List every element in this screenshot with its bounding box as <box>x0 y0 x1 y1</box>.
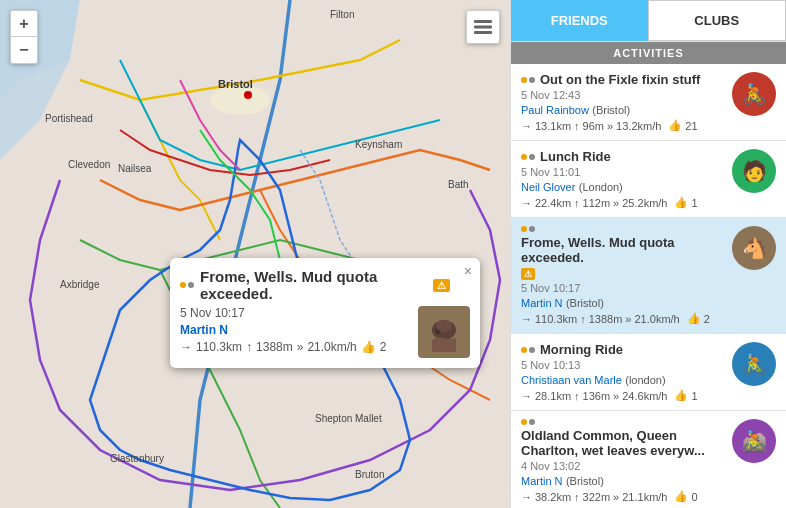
svg-text:Bruton: Bruton <box>355 469 384 480</box>
activity-location: (Bristol) <box>566 297 604 309</box>
stat-arrow-speed: » <box>607 120 613 132</box>
svg-text:Bristol: Bristol <box>218 78 253 90</box>
stat-speed: 21.1km/h <box>622 491 667 503</box>
activity-location: (Bristol) <box>566 475 604 487</box>
stat-arrow-dist: → <box>521 313 532 325</box>
activity-user-link[interactable]: Christiaan van Marle <box>521 374 622 386</box>
stat-kudos-icon: 👍 <box>668 119 682 132</box>
activity-location: (London) <box>579 181 623 193</box>
activity-bike-icon <box>521 154 535 160</box>
stat-arrow-dist: → <box>521 197 532 209</box>
activity-user-link[interactable]: Neil Glover <box>521 181 575 193</box>
stat-kudos-icon: 👍 <box>687 312 701 325</box>
svg-rect-17 <box>474 26 492 29</box>
activity-item[interactable]: Morning Ride 5 Nov 10:13 Christiaan van … <box>511 334 786 411</box>
svg-point-22 <box>436 330 440 334</box>
svg-text:Axbridge: Axbridge <box>60 279 100 290</box>
popup-info: 5 Nov 10:17 Martin N → 110.3km ↑ 1388m »… <box>180 306 410 354</box>
stat-arrow-speed: » <box>613 390 619 402</box>
activity-item[interactable]: Out on the Fixle fixin stuff 5 Nov 12:43… <box>511 64 786 141</box>
activity-stats: → 28.1km ↑ 136m » 24.6km/h 👍 1 <box>521 389 724 402</box>
activity-title: Out on the Fixle fixin stuff <box>521 72 724 87</box>
svg-text:Glastonbury: Glastonbury <box>110 453 164 464</box>
activity-avatar: 🚴 <box>732 342 776 386</box>
activity-avatar: 🐴 <box>732 226 776 270</box>
stat-distance: 22.4km <box>535 197 571 209</box>
svg-text:Portishead: Portishead <box>45 113 93 124</box>
stat-distance: 110.3km <box>535 313 577 325</box>
stat-arrow-dist: → <box>521 491 532 503</box>
popup-arrow-speed: » <box>297 340 304 354</box>
popup-speed: 21.0km/h <box>307 340 356 354</box>
activities-list: Out on the Fixle fixin stuff 5 Nov 12:43… <box>511 64 786 508</box>
stat-arrow-elev: ↑ <box>574 197 580 209</box>
activity-title: Morning Ride <box>521 342 724 357</box>
popup-title-text: Frome, Wells. Mud quota exceeded. <box>200 268 427 302</box>
zoom-out-button[interactable]: − <box>11 37 37 63</box>
svg-text:Filton: Filton <box>330 9 354 20</box>
map-container[interactable]: Filton Portishead Clevedon Nailsea Brist… <box>0 0 510 508</box>
activity-date: 4 Nov 13:02 <box>521 460 724 472</box>
activity-user-link[interactable]: Paul Rainbow <box>521 104 589 116</box>
activity-avatar: 🚴 <box>732 72 776 116</box>
clubs-tab[interactable]: CLUBS <box>648 0 787 41</box>
popup-elevation: 1388m <box>256 340 293 354</box>
activity-content: Morning Ride 5 Nov 10:13 Christiaan van … <box>521 342 724 402</box>
activity-location: (Bristol) <box>592 104 630 116</box>
popup-arrow-elev: ↑ <box>246 340 252 354</box>
stat-kudos-icon: 👍 <box>674 490 688 503</box>
activity-item[interactable]: Frome, Wells. Mud quota exceeded. ⚠ 5 No… <box>511 218 786 334</box>
activity-title-text: Frome, Wells. Mud quota exceeded. <box>521 235 724 265</box>
activity-user-location: Martin N (Bristol) <box>521 474 724 488</box>
svg-rect-18 <box>474 31 492 34</box>
activity-title: Lunch Ride <box>521 149 724 164</box>
activity-stats: → 110.3km ↑ 1388m » 21.0km/h 👍 2 <box>521 312 724 325</box>
popup-close-button[interactable]: × <box>464 264 472 278</box>
stat-arrow-elev: ↑ <box>574 390 580 402</box>
activity-title-text: Lunch Ride <box>540 149 611 164</box>
activity-user-location: Paul Rainbow (Bristol) <box>521 103 724 117</box>
activity-user-link[interactable]: Martin N <box>521 475 563 487</box>
activity-content: Lunch Ride 5 Nov 11:01 Neil Glover (Lond… <box>521 149 724 209</box>
activity-content: Oldland Common, Queen Charlton, wet leav… <box>521 419 724 503</box>
activity-bike-icon <box>521 419 535 425</box>
stat-speed: 24.6km/h <box>622 390 667 402</box>
stat-arrow-speed: » <box>625 313 631 325</box>
friends-tab[interactable]: FRIENDS <box>511 0 648 41</box>
activity-content: Frome, Wells. Mud quota exceeded. ⚠ 5 No… <box>521 226 724 325</box>
popup-distance: 110.3km <box>196 340 242 354</box>
svg-text:Shepton Mallet: Shepton Mallet <box>315 413 382 424</box>
activity-user-link[interactable]: Martin N <box>521 297 563 309</box>
activity-date: 5 Nov 10:13 <box>521 359 724 371</box>
activity-user-location: Christiaan van Marle (london) <box>521 373 724 387</box>
activity-title-text: Morning Ride <box>540 342 623 357</box>
activity-item[interactable]: Oldland Common, Queen Charlton, wet leav… <box>511 411 786 508</box>
activity-title-text: Out on the Fixle fixin stuff <box>540 72 700 87</box>
activity-item[interactable]: Lunch Ride 5 Nov 11:01 Neil Glover (Lond… <box>511 141 786 218</box>
popup-bike-icon <box>180 282 194 288</box>
svg-text:Clevedon: Clevedon <box>68 159 110 170</box>
popup-warning-badge: ⚠ <box>433 279 450 292</box>
svg-text:Bath: Bath <box>448 179 469 190</box>
popup-date: 5 Nov 10:17 <box>180 306 410 320</box>
activity-date: 5 Nov 10:17 <box>521 282 724 294</box>
stat-elevation: 322m <box>583 491 611 503</box>
stat-kudos: 1 <box>691 390 697 402</box>
popup-arrow-dist: → <box>180 340 192 354</box>
activity-stats: → 13.1km ↑ 96m » 13.2km/h 👍 21 <box>521 119 724 132</box>
stat-kudos-icon: 👍 <box>674 389 688 402</box>
popup-body: 5 Nov 10:17 Martin N → 110.3km ↑ 1388m »… <box>180 306 470 358</box>
layers-button[interactable] <box>466 10 500 44</box>
activity-location: (london) <box>625 374 665 386</box>
activity-date: 5 Nov 12:43 <box>521 89 724 101</box>
stat-arrow-speed: » <box>613 491 619 503</box>
popup-user-link[interactable]: Martin N <box>180 323 228 337</box>
activities-header: ACTIVITIES <box>511 42 786 64</box>
stat-elevation: 112m <box>583 197 611 209</box>
popup-kudos-icon: 👍 <box>361 340 376 354</box>
activity-bike-icon <box>521 347 535 353</box>
activity-stats: → 38.2km ↑ 322m » 21.1km/h 👍 0 <box>521 490 724 503</box>
activity-date: 5 Nov 11:01 <box>521 166 724 178</box>
stat-arrow-elev: ↑ <box>580 313 586 325</box>
zoom-in-button[interactable]: + <box>11 11 37 37</box>
